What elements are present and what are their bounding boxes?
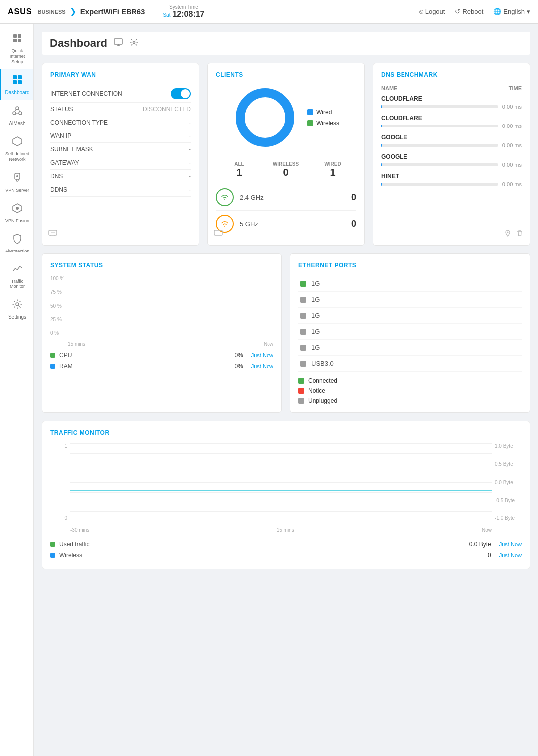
sidebar: Quick InternetSetup Dashboard AiMesh Sel… (0, 24, 34, 585)
sidebar-item-quick-internet-setup[interactable]: Quick InternetSetup (0, 28, 33, 69)
clients-stats: ALL 1 WIRELESS 0 WIRED 1 (216, 156, 356, 178)
dns-entry-1: CLOUDFLARE 0.00 ms (381, 115, 522, 129)
sidebar-item-dashboard[interactable]: Dashboard (0, 69, 33, 100)
dns-bar-bg-1 (381, 125, 498, 127)
monitor-icon[interactable] (113, 37, 123, 49)
aimesh-icon (12, 105, 23, 119)
tgrid-0 (70, 443, 492, 444)
logo: ASUS BUSINESS ❯ ExpertWiFi EBR63 (8, 7, 145, 16)
dns-header: Name Time (381, 85, 522, 91)
metric-ram-value: 0% (234, 363, 243, 370)
wan-label-connection-type: CONNECTION TYPE (50, 119, 108, 126)
dns-bar-row-3: 0.00 ms (381, 162, 522, 168)
metric-ram-label: RAM (59, 363, 230, 370)
dns-bar-bg-4 (381, 183, 498, 186)
dns-location-icon[interactable] (504, 229, 512, 239)
traffic-monitor-icon (12, 263, 23, 277)
main-content: Dashboard PRIMARY WAN INTERNET CONNECTIO… (34, 24, 538, 585)
wan-footer-icon[interactable] (48, 228, 57, 239)
chart-y-axis: 100 % 75 % 50 % 25 % 0 % (50, 276, 68, 336)
wan-value-wan-ip: - (189, 132, 191, 139)
svg-point-18 (16, 207, 19, 210)
dns-benchmark-title: DNS BENCHMARK (381, 71, 522, 78)
traffic-monitor-card: TRAFFIC MONITOR 1 0 1.0 Byte (42, 421, 530, 569)
svg-point-10 (19, 112, 22, 115)
language-selector[interactable]: 🌐 English ▾ (493, 8, 530, 15)
stat-wired-value: 1 (309, 167, 356, 178)
time-label: System Time (163, 4, 204, 10)
wan-row-status: STATUS DISCONNECTED (50, 103, 191, 116)
wan-row-dns: DNS - (50, 170, 191, 183)
logout-label: Logout (425, 8, 445, 15)
sidebar-label-vpn-server: VPN Server (5, 188, 29, 193)
metric-cpu-label: CPU (59, 352, 230, 359)
wan-value-dns: - (189, 173, 191, 180)
traffic-zero-line (70, 490, 492, 491)
sidebar-item-aiprotection[interactable]: AiProtection (0, 228, 33, 258)
dns-col-time: Time (509, 85, 522, 91)
clients-card: CLIENTS Wired W (207, 63, 365, 246)
traffic-metric-wireless: Wireless 0 Just Now (50, 550, 522, 561)
traffic-metric-used-traffic: Used traffic 0.0 Byte Just Now (50, 539, 522, 550)
sidebar-item-traffic-monitor[interactable]: Traffic Monitor (0, 258, 33, 294)
port-indicator-5 (300, 361, 306, 367)
topbar: ASUS BUSINESS ❯ ExpertWiFi EBR63 System … (0, 0, 538, 24)
legend-unplugged-label: Unplugged (308, 397, 337, 404)
svg-rect-3 (18, 39, 21, 42)
primary-wan-card: PRIMARY WAN INTERNET CONNECTION STATUS D… (42, 63, 199, 246)
internet-connection-toggle[interactable] (171, 88, 191, 99)
x-label-now: Now (482, 527, 492, 533)
gear-icon[interactable] (129, 37, 139, 49)
system-time: System Time Sat 12:08:17 (163, 4, 204, 19)
svg-rect-6 (13, 80, 17, 84)
tgrid-mid (70, 482, 492, 483)
tgrid-7 (70, 511, 492, 512)
dns-bar-bg-3 (381, 163, 498, 166)
svg-point-24 (240, 93, 290, 142)
sidebar-label-dashboard: Dashboard (5, 90, 30, 95)
sidebar-item-vpn-fusion[interactable]: VPN Fusion (0, 198, 33, 228)
wifi-2ghz-icon (216, 188, 234, 206)
wan-value-connection-type: - (189, 119, 191, 126)
logout-icon: ⎋ (419, 8, 423, 15)
dns-delete-icon[interactable] (516, 229, 524, 239)
dns-time-3: 0.00 ms (502, 162, 522, 168)
svg-marker-14 (13, 137, 22, 146)
dns-bar-fill-0 (381, 105, 382, 108)
logo-business: BUSINESS (34, 9, 65, 15)
y-right-0byte: 0.0 Byte (495, 480, 522, 485)
time-day: Sat (163, 12, 170, 18)
wan-label-gateway: GATEWAY (50, 159, 79, 166)
traffic-dot-wireless (50, 553, 55, 558)
reboot-button[interactable]: ↺ Reboot (455, 8, 483, 15)
topbar-actions: ⎋ Logout ↺ Reboot 🌐 English ▾ (419, 8, 530, 15)
bottom-row: SYSTEM STATUS 100 % 75 % 50 % 25 % 0 % (42, 253, 530, 413)
y-label-75: 75 % (50, 289, 68, 295)
svg-rect-5 (18, 75, 22, 79)
status-legend: Connected Notice Unplugged (298, 378, 522, 404)
legend-wired-dot (307, 109, 313, 115)
port-indicator-1 (300, 297, 306, 303)
dns-bar-row-1: 0.00 ms (381, 123, 522, 129)
grid-line-0 (68, 336, 273, 336)
port-name-5: USB3.0 (311, 360, 520, 367)
dns-name-4: HINET (381, 173, 522, 180)
sidebar-item-vpn-server[interactable]: VPN Server (0, 167, 33, 198)
port-list[interactable]: 1G 1G 1G 1G 1G (298, 276, 522, 372)
sidebar-item-settings[interactable]: Settings (0, 294, 33, 325)
logo-product: ExpertWiFi EBR63 (80, 7, 145, 16)
dns-time-2: 0.00 ms (502, 142, 522, 148)
svg-rect-20 (114, 39, 122, 44)
wan-value-subnet-mask: - (189, 146, 191, 153)
dns-entry-0: CLOUDFLARE 0.00 ms (381, 95, 522, 110)
legend-connected-dot (298, 378, 304, 384)
sidebar-label-aimesh: AiMesh (9, 121, 25, 126)
reboot-icon: ↺ (455, 8, 460, 15)
port-row-3: 1G (298, 324, 522, 340)
logout-button[interactable]: ⎋ Logout (419, 8, 445, 15)
sidebar-item-aimesh[interactable]: AiMesh (0, 100, 33, 131)
clients-footer-icon[interactable] (214, 228, 223, 239)
clients-legend: Wired Wireless (307, 109, 339, 126)
sidebar-item-self-defined-network[interactable]: Self-definedNetwork (0, 131, 33, 167)
y-right-neg1byte: -1.0 Byte (495, 515, 522, 521)
